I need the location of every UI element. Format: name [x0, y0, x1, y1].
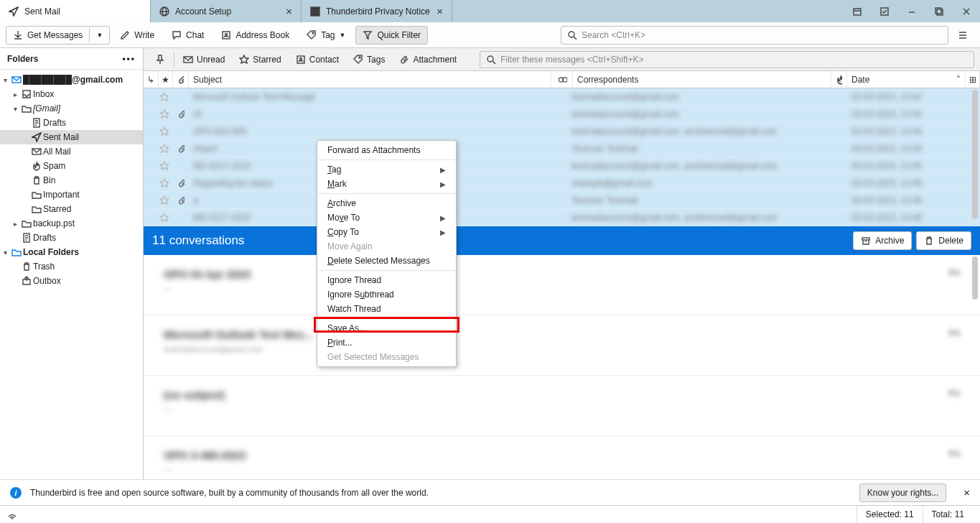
qf-unread-button[interactable]: Unread: [177, 52, 230, 68]
folder-inbox[interactable]: ▸Inbox: [0, 87, 143, 101]
preview-item[interactable]: Microsoft Outlook Test Mes...testmailacc…: [144, 315, 980, 376]
folder-sent-mail[interactable]: Sent Mail: [0, 130, 143, 144]
scrollbar[interactable]: [972, 256, 978, 300]
star-icon[interactable]: [159, 144, 169, 153]
message-row[interactable]: aTestuser Testmail03-03-2023, 13:46: [144, 192, 980, 209]
cm-save-as[interactable]: Save As...: [317, 321, 456, 335]
folder-label: Outbox: [33, 276, 61, 286]
cm-print[interactable]: Print...: [317, 335, 456, 350]
account-row[interactable]: ▾ ████████@gmail.com: [0, 73, 143, 87]
qf-search-input[interactable]: Filter these messages <Ctrl+Shift+K>: [480, 51, 974, 68]
col-junk[interactable]: [831, 71, 847, 88]
preview-item[interactable]: OPO 04 Apr 2023—Fri: [144, 255, 980, 315]
maximize-button[interactable]: [925, 0, 953, 22]
message-correspondent: Testuser Testmail: [571, 144, 638, 154]
col-star[interactable]: ★: [159, 71, 173, 88]
scrollbar[interactable]: [972, 90, 978, 219]
address-book-button[interactable]: Address Book: [214, 26, 297, 45]
qf-tags-button[interactable]: Tags: [347, 52, 391, 68]
cm-archive[interactable]: Archive: [317, 196, 456, 210]
cm-watch-thread[interactable]: Watch Thread: [317, 302, 456, 316]
global-search[interactable]: Search <Ctrl+K>: [561, 26, 948, 45]
folder-drafts[interactable]: Drafts: [0, 116, 143, 130]
col-picker[interactable]: ⊞: [966, 71, 980, 88]
col-correspondents[interactable]: Correspondents: [573, 71, 831, 88]
col-thread[interactable]: ↳: [144, 71, 159, 88]
folder-icon: [32, 190, 42, 200]
col-spam[interactable]: [551, 71, 573, 88]
folders-more-button[interactable]: •••: [122, 54, 136, 64]
folder-drafts[interactable]: Drafts: [0, 231, 143, 245]
tab-sent-mail[interactable]: Sent Mail: [0, 0, 151, 22]
tag-button[interactable]: Tag ▼: [299, 26, 353, 45]
chat-button[interactable]: Chat: [164, 26, 211, 45]
cm-move-to[interactable]: Move To▶: [317, 210, 456, 225]
qf-attachment-button[interactable]: Attachment: [393, 52, 462, 68]
col-attach[interactable]: [173, 71, 189, 88]
folder-outbox[interactable]: Outbox: [0, 274, 143, 288]
star-icon[interactable]: [159, 178, 169, 188]
folder-spam[interactable]: Spam: [0, 159, 143, 173]
star-icon[interactable]: [159, 213, 169, 222]
cm-mark[interactable]: Mark▶: [317, 177, 456, 191]
filter-icon: [363, 30, 373, 40]
spam-icon: [557, 75, 567, 85]
clip-icon: [177, 178, 185, 188]
preview-subject: (no subject): [164, 389, 917, 401]
get-messages-dropdown[interactable]: ▼: [90, 28, 109, 42]
write-button[interactable]: Write: [113, 26, 162, 45]
folder-backup-pst[interactable]: ▸backup.pst: [0, 216, 143, 231]
message-row[interactable]: MD-0217-2023testmailaccount@gmail.com, a…: [144, 209, 980, 226]
qf-pin-button[interactable]: [149, 52, 171, 68]
app-menu-button[interactable]: [951, 30, 974, 40]
tab-account-setup[interactable]: Account Setup ×: [151, 0, 302, 22]
star-icon[interactable]: [159, 126, 169, 136]
cm-delete-selected[interactable]: Delete Selected Messages: [317, 254, 456, 268]
qf-contact-button[interactable]: Contact: [290, 52, 345, 68]
delete-button[interactable]: Delete: [916, 231, 971, 250]
know-your-rights-button[interactable]: Know your rights...: [859, 483, 946, 502]
folder-important[interactable]: Important: [0, 188, 143, 202]
folder-starred[interactable]: Starred: [0, 202, 143, 216]
message-row[interactable]: OPO-620-005testmailaccount@gmail.com, an…: [144, 123, 980, 140]
info-close-button[interactable]: ×: [963, 486, 970, 499]
cm-copy-to[interactable]: Copy To▶: [317, 225, 456, 239]
minimize-button[interactable]: [898, 0, 925, 22]
close-window-button[interactable]: [953, 0, 980, 22]
preview-item[interactable]: (no subject)—Fri: [144, 376, 980, 436]
folder-bin[interactable]: Bin: [0, 173, 143, 188]
star-icon[interactable]: [159, 195, 169, 205]
cm-forward-attachments[interactable]: Forward as Attachments: [317, 143, 456, 157]
activity-icon[interactable]: [7, 509, 17, 519]
archive-icon: [861, 236, 871, 246]
local-folders-row[interactable]: ▾ Local Folders: [0, 245, 143, 259]
close-icon[interactable]: ×: [437, 5, 443, 17]
message-row[interactable]: Regarding the statusexample@gmail.com03-…: [144, 175, 980, 192]
cm-ignore-thread[interactable]: Ignore Thread: [317, 273, 456, 287]
col-date[interactable]: Date˄: [847, 71, 966, 88]
message-row[interactable]: MD-0217-2023testmailaccount@gmail.com, a…: [144, 157, 980, 175]
message-row[interactable]: Microsoft Outlook Test Messagetestmailac…: [144, 88, 980, 106]
message-row[interactable]: Hitestmailaccount@gmail.com03-03-2023, 1…: [144, 106, 980, 123]
message-row[interactable]: AttachTestuser Testmail03-03-2023, 13:45: [144, 140, 980, 157]
star-icon[interactable]: [159, 92, 169, 101]
cm-ignore-subthread[interactable]: Ignore Subthread: [317, 287, 456, 302]
col-subject[interactable]: Subject: [189, 71, 551, 88]
preview-item[interactable]: OPO 3-480-2023—Fri: [144, 436, 980, 479]
star-icon[interactable]: [159, 161, 169, 170]
close-icon[interactable]: ×: [286, 5, 292, 17]
qf-search-placeholder: Filter these messages <Ctrl+Shift+K>: [500, 55, 643, 65]
folders-tree: ▾ ████████@gmail.com ▸Inbox▾[Gmail]Draft…: [0, 70, 143, 291]
calendar-button[interactable]: [844, 0, 871, 22]
cm-tag[interactable]: Tag▶: [317, 162, 456, 177]
folder--gmail-[interactable]: ▾[Gmail]: [0, 101, 143, 116]
qf-starred-button[interactable]: Starred: [233, 52, 286, 68]
star-icon[interactable]: [159, 109, 169, 119]
get-messages-button[interactable]: Get Messages: [6, 27, 89, 44]
quick-filter-button[interactable]: Quick Filter: [355, 26, 428, 45]
folder-all-mail[interactable]: All Mail: [0, 144, 143, 159]
folder-trash[interactable]: Trash: [0, 259, 143, 274]
archive-button[interactable]: Archive: [853, 231, 912, 250]
tasks-button[interactable]: [871, 0, 898, 22]
tab-privacy-notice[interactable]: Thunderbird Privacy Notice ×: [302, 0, 452, 22]
